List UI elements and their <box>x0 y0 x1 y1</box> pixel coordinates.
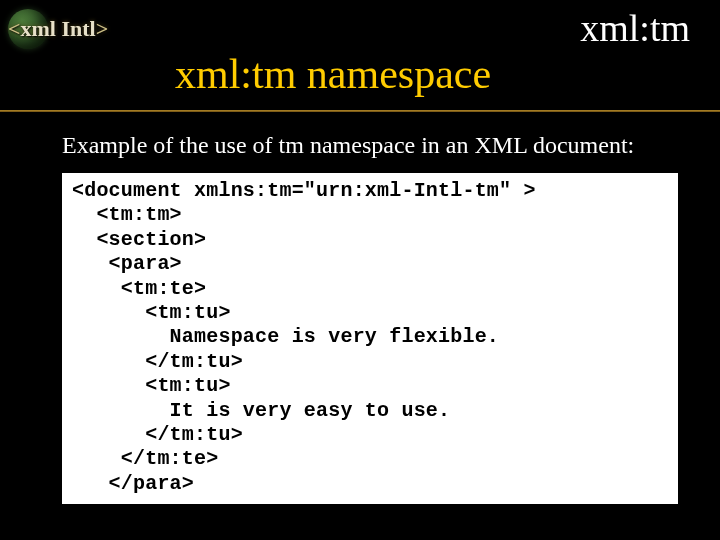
brand-logo: <xml Intl> <box>8 6 148 52</box>
section-tag: xml:tm <box>580 6 690 50</box>
code-example: <document xmlns:tm="urn:xml-Intl-tm" > <… <box>62 173 678 504</box>
slide-header: <xml Intl> xml:tm xml:tm namespace <box>0 0 720 110</box>
slide-body: Example of the use of tm namespace in an… <box>0 124 720 504</box>
intro-text: Example of the use of tm namespace in an… <box>62 132 688 159</box>
divider-line <box>0 110 720 112</box>
slide-title: xml:tm namespace <box>175 50 491 98</box>
brand-text: <xml Intl> <box>8 16 108 42</box>
